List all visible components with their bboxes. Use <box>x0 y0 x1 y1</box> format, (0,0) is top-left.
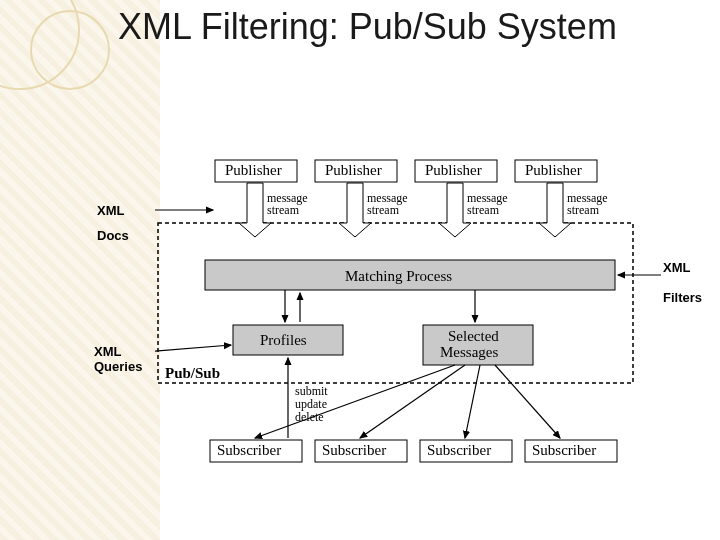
svg-text:stream: stream <box>267 203 300 217</box>
svg-text:Publisher: Publisher <box>225 162 282 178</box>
svg-text:Publisher: Publisher <box>425 162 482 178</box>
svg-text:stream: stream <box>567 203 600 217</box>
publisher-box: Publisher <box>415 160 497 182</box>
annotation-xml-filters-2: Filters <box>663 290 702 305</box>
double-arrow-icon <box>285 290 300 322</box>
distribute-arrow-icon <box>360 365 465 438</box>
svg-text:Subscriber: Subscriber <box>427 442 491 458</box>
distribute-arrow-icon <box>465 365 480 438</box>
annotation-arrow-icon <box>155 345 231 352</box>
selected-messages-box: Selected Messages <box>423 325 533 365</box>
publisher-box: Publisher <box>515 160 597 182</box>
message-stream-arrow: message stream <box>339 183 408 237</box>
matching-process-box: Matching Process <box>205 260 615 290</box>
op-label: submit <box>295 384 328 398</box>
pubsub-diagram: Pub/Sub Publisher Publisher Publisher Pu… <box>155 155 665 485</box>
publisher-box: Publisher <box>215 160 297 182</box>
annotation-xml-queries: XML Queries <box>94 344 142 374</box>
svg-text:Publisher: Publisher <box>525 162 582 178</box>
slide-title: XML Filtering: Pub/Sub System <box>118 6 617 47</box>
svg-text:stream: stream <box>467 203 500 217</box>
svg-text:Matching Process: Matching Process <box>345 268 452 284</box>
subscriber-box: Subscriber <box>420 440 512 462</box>
svg-rect-0 <box>158 223 633 383</box>
annotation-xml-docs-2: Docs <box>97 228 129 243</box>
svg-text:Publisher: Publisher <box>325 162 382 178</box>
decorative-circle <box>30 10 110 90</box>
annotation-xml-filters: XML <box>663 260 690 275</box>
message-stream-arrow: message stream <box>439 183 508 237</box>
message-stream-arrow: message stream <box>539 183 608 237</box>
svg-text:stream: stream <box>367 203 400 217</box>
profiles-box: Profiles <box>233 325 343 355</box>
annotation-xml-docs: XML <box>97 203 124 218</box>
svg-text:Messages: Messages <box>440 344 498 360</box>
svg-text:Subscriber: Subscriber <box>322 442 386 458</box>
subscriber-box: Subscriber <box>315 440 407 462</box>
distribute-arrow-icon <box>255 365 455 438</box>
svg-text:Profiles: Profiles <box>260 332 307 348</box>
op-label: update <box>295 397 327 411</box>
distribute-arrow-icon <box>495 365 560 438</box>
publisher-box: Publisher <box>315 160 397 182</box>
subscriber-box: Subscriber <box>210 440 302 462</box>
svg-text:Subscriber: Subscriber <box>217 442 281 458</box>
message-stream-arrow: message stream <box>239 183 308 237</box>
pubsub-label: Pub/Sub <box>165 365 220 381</box>
subscriber-box: Subscriber <box>525 440 617 462</box>
svg-text:Subscriber: Subscriber <box>532 442 596 458</box>
svg-text:Selected: Selected <box>448 328 499 344</box>
